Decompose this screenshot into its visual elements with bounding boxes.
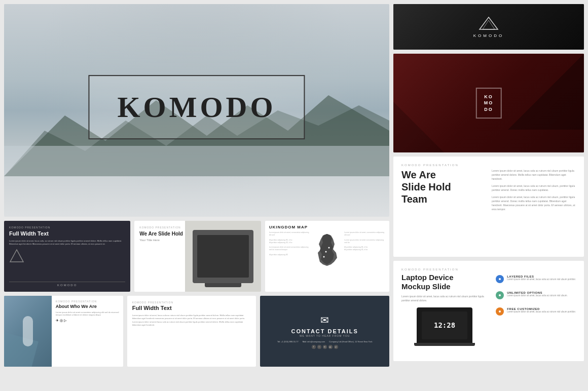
slide-3-body2: Lorem ipsum dolor sit amet, lacus sola a… xyxy=(492,184,576,192)
slide-content-1: Lorem ipsum dolor sit amet, lacus sola, … xyxy=(9,240,125,280)
laptop-screen-display: 12:28 xyxy=(422,311,467,339)
map-title: UKINGDOM MAP xyxy=(269,225,385,229)
komodo-logo-text: KOMODO xyxy=(484,94,494,113)
clock-display: 12:28 xyxy=(434,321,455,329)
slide-we-are[interactable]: KOMODO PRESENTATION We Are Slide Hold Yo… xyxy=(134,221,261,292)
hero-title: KOMODO xyxy=(117,90,276,124)
feature-icon-2 xyxy=(498,293,502,297)
contact-details: Tel: +1 (555) 888-55-77 Mail: info@compa… xyxy=(277,340,372,343)
contact-subtitle: WE WANT TO HEAR FROM YOU xyxy=(300,334,350,337)
slide-3-right: Lorem ipsum dolor sit amet, lacus sola a… xyxy=(492,169,576,211)
dark-triangle-shape-1 xyxy=(508,54,584,130)
contact-icon: ✉ xyxy=(320,314,329,326)
feature-icon-1 xyxy=(498,277,502,281)
svg-point-6 xyxy=(323,256,325,258)
slide-3-body1: Lorem ipsum dolor sit amet, lacus sola a… xyxy=(492,169,576,181)
slide-uk-map[interactable]: UKINGDOM MAP Lorem ipsum dolor sit amet,… xyxy=(265,221,389,292)
svg-marker-7 xyxy=(480,17,498,29)
svg-marker-8 xyxy=(483,20,495,29)
about-icons-row: ✈ ◎ ▷ xyxy=(56,319,119,323)
slide-contact[interactable]: ✉ CONTACT DETAILS WE WANT TO HEAR FROM Y… xyxy=(260,296,389,367)
slide-4-left: KOMODO PRESENTATION Laptop Device Mockup… xyxy=(401,268,488,354)
uk-map-shape xyxy=(312,231,342,284)
brand-label-r3: KOMODO PRESENTATION xyxy=(401,164,576,167)
svg-marker-10 xyxy=(393,102,444,152)
feature-dot-3 xyxy=(496,307,504,316)
feature-icon-3 xyxy=(498,309,502,314)
right-slide-dark-red[interactable]: KOMODO xyxy=(393,54,584,152)
feature-text-2: UNLIMITED OPTIONS Lorem ipsum dolor sit … xyxy=(507,291,568,298)
slide-image-2 xyxy=(185,221,261,292)
svg-point-11 xyxy=(499,278,501,280)
map-legend-right: Lorem ipsum dolor sit amet, consectetur … xyxy=(344,231,385,284)
dark-triangle-shape-2 xyxy=(393,102,444,152)
brand-label-fww: KOMODO PRESENTATION xyxy=(132,301,251,304)
brand-label-r4: KOMODO PRESENTATION xyxy=(401,268,488,271)
feature-text-3: FREE CUSTOMIZED Lorem ipsum dolor sit am… xyxy=(507,307,576,314)
svg-point-13 xyxy=(499,310,501,312)
right-slide-laptop[interactable]: KOMODO PRESENTATION Laptop Device Mockup… xyxy=(393,261,584,361)
feature-item-3: FREE CUSTOMIZED Lorem ipsum dolor sit am… xyxy=(496,307,576,316)
feature-text-1: LAYERED FILES Lorem ipsum dolor sit amet… xyxy=(507,275,576,282)
slide-3-title: We Are Slide Hold Team xyxy=(401,169,486,205)
slide-4-body: Lorem ipsum dolor sit amet, lacus sola a… xyxy=(401,294,488,302)
map-legend-left: Lorem ipsum dolor sit amet, consectetur … xyxy=(269,231,310,284)
blue-triangle-decoration xyxy=(4,332,39,367)
footer-brand-1: KOMODO xyxy=(9,282,125,287)
slide-full-width-white[interactable]: KOMODO PRESENTATION Full Width Text Lore… xyxy=(127,296,256,367)
slide-text-1: Lorem ipsum dolor sit amet, lacus sola, … xyxy=(9,240,125,246)
map-content: Lorem ipsum dolor sit amet, consectetur … xyxy=(269,231,385,284)
social-icon-1[interactable]: f xyxy=(312,345,316,349)
contact-phone: Tel: +1 (555) 888-55-77 xyxy=(277,340,299,343)
triangle-decoration-1 xyxy=(9,249,24,264)
laptop-mockup-container: 12:28 xyxy=(401,307,488,346)
left-column: KOMODO KOMODO PRESENTATION Full Width Te… xyxy=(4,4,389,387)
svg-marker-3 xyxy=(10,250,23,262)
slide-3-content-row: We Are Slide Hold Team Lorem ipsum dolor… xyxy=(401,169,576,211)
right-column: KOMODO KOMODO KOMODO PRESENTATION We Are… xyxy=(393,4,584,387)
svg-point-4 xyxy=(325,251,327,253)
feature-item-2: UNLIMITED OPTIONS Lorem ipsum dolor sit … xyxy=(496,291,576,299)
slide-full-width-dark[interactable]: KOMODO PRESENTATION Full Width Text Lore… xyxy=(4,221,130,292)
social-icon-5[interactable]: p xyxy=(334,345,338,349)
slide-about[interactable]: KOMODO PRESENTATION About Who We Are Lor… xyxy=(4,296,123,367)
hero-slide[interactable]: KOMODO xyxy=(4,4,389,217)
slide-row-1: KOMODO PRESENTATION Full Width Text Lore… xyxy=(4,221,389,292)
right-slide-1-brand: KOMODO xyxy=(473,33,504,38)
feature-dot-2 xyxy=(496,291,504,299)
contact-title: CONTACT DETAILS xyxy=(291,328,358,334)
slide-row-2: KOMODO PRESENTATION About Who We Are Lor… xyxy=(4,296,389,367)
brand-label-about: KOMODO PRESENTATION xyxy=(56,300,119,303)
slide-title-about: About Who We Are xyxy=(56,304,119,310)
slide-body-1: Lorem ipsum dolor sit amet, lacus sola, … xyxy=(9,240,125,280)
slide-text-fww: Lorem ipsum dolor sit amet, lacus sola a… xyxy=(132,314,251,327)
right-slide-we-are-team[interactable]: KOMODO PRESENTATION We Are Slide Hold Te… xyxy=(393,157,584,257)
feature-item-1: LAYERED FILES Lorem ipsum dolor sit amet… xyxy=(496,275,576,283)
slide-text-about: Lorem ipsum dolor sit amet consectetur a… xyxy=(56,311,119,317)
slide-title-1: Full Width Text xyxy=(9,230,125,237)
contact-email: Mail: info@company.com xyxy=(303,340,325,343)
laptop-screen-body: 12:28 xyxy=(417,307,472,343)
svg-marker-9 xyxy=(508,54,584,130)
laptop-base xyxy=(414,343,475,346)
feature-list: LAYERED FILES Lorem ipsum dolor sit amet… xyxy=(488,268,576,354)
geo-triangle-icon xyxy=(479,16,499,31)
feature-dot-1 xyxy=(496,275,504,283)
contact-address: Company Ltd (Head Office), 12 Street New… xyxy=(329,340,372,343)
slide-about-right-panel: KOMODO PRESENTATION About Who We Are Lor… xyxy=(52,296,123,367)
slide-about-left-panel xyxy=(4,296,52,367)
right-slide-dark[interactable]: KOMODO xyxy=(393,4,584,50)
brand-label-1: KOMODO PRESENTATION xyxy=(9,226,125,229)
hero-title-box: KOMODO xyxy=(88,75,305,139)
social-icon-2[interactable]: t xyxy=(317,345,321,349)
svg-point-12 xyxy=(499,294,501,296)
slide-3-body3: Lorem ipsum dolor sit amet, lacus sola a… xyxy=(492,195,576,211)
social-icon-4[interactable]: g+ xyxy=(328,345,333,349)
svg-rect-2 xyxy=(4,146,389,176)
slide-title-fww: Full Width Text xyxy=(132,305,251,311)
svg-point-5 xyxy=(328,247,330,249)
social-icon-3[interactable]: in xyxy=(323,345,327,349)
slide-about-panel-bg xyxy=(4,296,52,367)
slide-4-title: Laptop Device Mockup Slide xyxy=(401,273,488,291)
social-icons-row: f t in g+ p xyxy=(312,345,338,349)
